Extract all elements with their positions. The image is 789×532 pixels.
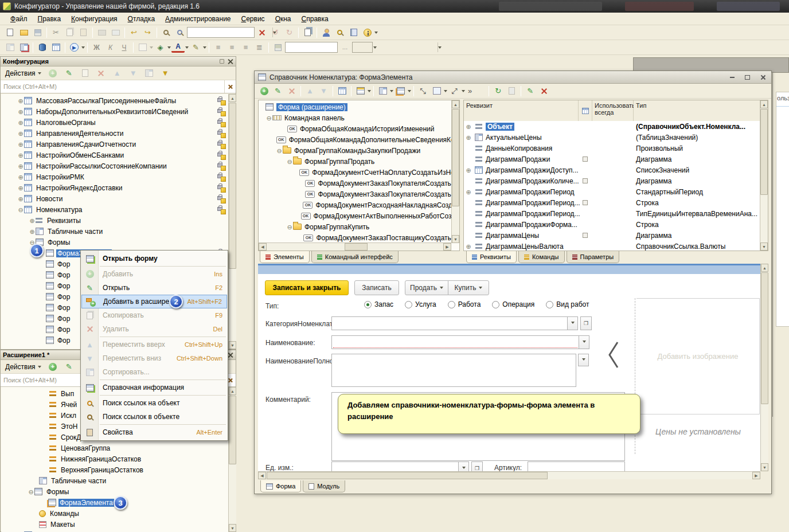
attr-row[interactable]: ⊕ДиаграммаЦены	[465, 230, 539, 241]
delete-attr-icon[interactable]	[537, 85, 550, 97]
menu-item-help-info[interactable]: Справочная информация	[81, 381, 228, 394]
swap-arrows-icon[interactable]: ⤡	[416, 85, 429, 97]
tab-elements[interactable]: Элементы	[260, 251, 310, 263]
menu-item-copy[interactable]: Скопировать F9	[81, 308, 228, 322]
fill-color-button[interactable]: ◈	[154, 41, 167, 53]
name-dropdown-button[interactable]	[579, 335, 589, 349]
use-always-checkbox[interactable]	[583, 200, 588, 205]
element-tree-hscrollbar[interactable]: ◀▶	[259, 242, 451, 251]
paste-button[interactable]	[77, 26, 90, 38]
edit-attr-icon[interactable]: ✎	[524, 85, 537, 97]
image-dropzone[interactable]: Добавить изображение	[636, 298, 760, 414]
attr-row[interactable]: ⊕ДиаграммаПродажи	[465, 154, 550, 165]
full-name-dropdown-button[interactable]	[578, 354, 589, 366]
menu-item-add-to-extension[interactable]: + Добавить в расширение Alt+Shift+F2	[81, 295, 227, 308]
tree-row-attr[interactable]: ЦеноваяГруппа	[1, 443, 228, 453]
help-contents-icon[interactable]	[347, 26, 360, 38]
print-preview-button[interactable]	[109, 26, 122, 38]
tree-row[interactable]: ⊕НаборыДополнительныхРеквизитовИСведений	[1, 106, 228, 117]
toolbar-overflow-icon[interactable]	[374, 32, 378, 36]
radio-work-type[interactable]: Вид работ	[546, 300, 589, 308]
tree-row[interactable]: ⊕НалоговыеОрганы	[1, 117, 228, 128]
tree-row-layouts[interactable]: Макеты	[1, 519, 228, 530]
category-field[interactable]	[331, 316, 568, 330]
attr-row[interactable]: ⊕ДиаграммаЦеныВалюта	[465, 241, 564, 251]
resize-dropdown-icon[interactable]	[462, 90, 465, 94]
menu-item-sort[interactable]: Сортировать...	[81, 365, 228, 379]
resize-icon[interactable]: ⤢	[448, 85, 461, 97]
pen-dropdown-icon[interactable]	[203, 46, 206, 50]
menu-item-properties[interactable]: Свойства Alt+Enter	[81, 425, 228, 439]
layout-dropdown-icon[interactable]	[390, 90, 393, 94]
form-settings-dropdown-icon[interactable]	[408, 90, 411, 94]
maximize-button[interactable]	[743, 73, 752, 81]
cut-button[interactable]: ✂	[49, 26, 63, 38]
move-up-icon[interactable]: ▲	[303, 85, 317, 97]
align-left-button[interactable]: ≡	[212, 41, 225, 53]
column-header-type[interactable]: Тип	[634, 100, 761, 121]
add-button[interactable]: +	[46, 67, 60, 79]
zoom-button[interactable]	[173, 26, 186, 38]
tree-row[interactable]: ⊕Новости	[1, 193, 228, 204]
menu-item-move-down[interactable]: ▼ Переместить вниз Ctrl+Shift+Down	[81, 351, 228, 365]
menu-item-move-up[interactable]: ▲ Переместить вверх Ctrl+Shift+Up	[81, 338, 228, 351]
element-tree-vscrollbar[interactable]: ▲▼	[451, 100, 459, 243]
find-button[interactable]	[159, 26, 173, 38]
buy-button[interactable]: Купить	[448, 280, 489, 295]
menu-administration[interactable]: Администрирование	[161, 14, 235, 24]
table-icon[interactable]	[49, 41, 63, 53]
tree-row-attr[interactable]: ВерхняяГраницаОстатков	[1, 464, 228, 475]
tree-row[interactable]: ⊕НастройкиЯндексДоставки	[1, 182, 228, 193]
delete-element-button[interactable]	[285, 85, 298, 97]
help-search-icon[interactable]	[333, 26, 346, 38]
preview-monitor-icon[interactable]	[354, 85, 367, 97]
search-combobox[interactable]	[187, 27, 255, 38]
tab-form[interactable]: Форма	[260, 480, 301, 492]
tree-row-rekvizity[interactable]: ⊕Реквизиты	[1, 215, 228, 226]
tree-row-nomenklatura[interactable]: ⊖Номенклатура	[1, 204, 228, 215]
element-row[interactable]: OKФормаДокументСчетНаОплатуСоздатьИзНом	[259, 167, 459, 178]
category-dropdown-button[interactable]	[567, 316, 578, 330]
tab-parameters[interactable]: Параметры	[567, 251, 620, 263]
delete-button[interactable]	[95, 67, 108, 79]
tree-row[interactable]: ⊕НастройкиОбменСБанками	[1, 150, 228, 161]
add-element-button[interactable]: +	[257, 85, 271, 97]
print-button[interactable]	[95, 26, 108, 38]
tab-command-interface[interactable]: Командный интерфейс	[311, 251, 399, 263]
underline-button[interactable]: Ч	[118, 41, 131, 53]
tree-row[interactable]: ⊕МассоваяРассылкаПрисоединенныеФайлы	[1, 95, 228, 106]
style-combobox[interactable]	[285, 42, 338, 53]
minimize-button[interactable]	[727, 73, 737, 81]
borders-dropdown-icon[interactable]	[150, 46, 153, 50]
edit-button[interactable]: ✎	[63, 361, 76, 373]
move-down-icon[interactable]: ▼	[317, 85, 330, 97]
info-icon[interactable]	[361, 26, 374, 38]
menu-file[interactable]: Файл	[6, 14, 32, 24]
menu-debug[interactable]: Отладка	[123, 14, 159, 24]
sort-icon[interactable]	[143, 67, 156, 79]
layout-icon[interactable]	[376, 85, 389, 97]
attr-row[interactable]: ⊕ДиаграммаПродажиПериод...	[465, 208, 580, 219]
collapse-chevron-icon[interactable]	[607, 340, 620, 370]
borders-button[interactable]	[136, 41, 149, 53]
grid-button[interactable]	[3, 41, 17, 53]
tree-row-commands[interactable]: Команды	[1, 508, 228, 519]
font-color-dropdown-icon[interactable]	[185, 46, 189, 50]
attr-row[interactable]: ⊕ДиаграммаПродажиКоличе...	[465, 175, 579, 186]
category-open-button[interactable]: ❐	[580, 316, 592, 330]
form-wizard-icon[interactable]	[335, 85, 349, 97]
toolbar-overflow-icon[interactable]: »	[468, 87, 472, 95]
menu-item-delete[interactable]: Удалить Del	[81, 322, 228, 336]
attributes-vscrollbar[interactable]: ▲▼	[760, 100, 768, 251]
tree-row-partial[interactable]: ⊕	[1, 530, 228, 532]
menu-item-add[interactable]: + Добавить Ins	[81, 267, 228, 281]
element-row-root[interactable]: Форма (расширение)	[259, 101, 459, 112]
element-row[interactable]: ⊖ФормаГруппаПродать	[259, 156, 459, 167]
clear-search-icon[interactable]	[224, 80, 236, 93]
menu-item-find-refs-to-object[interactable]: Поиск ссылок на объект	[81, 396, 228, 410]
radio-service[interactable]: Услуга	[405, 300, 436, 308]
full-name-field[interactable]	[331, 354, 576, 387]
radio-work[interactable]: Работа	[448, 300, 481, 308]
save-button[interactable]	[31, 26, 44, 38]
save-button[interactable]: Записать	[354, 280, 399, 295]
